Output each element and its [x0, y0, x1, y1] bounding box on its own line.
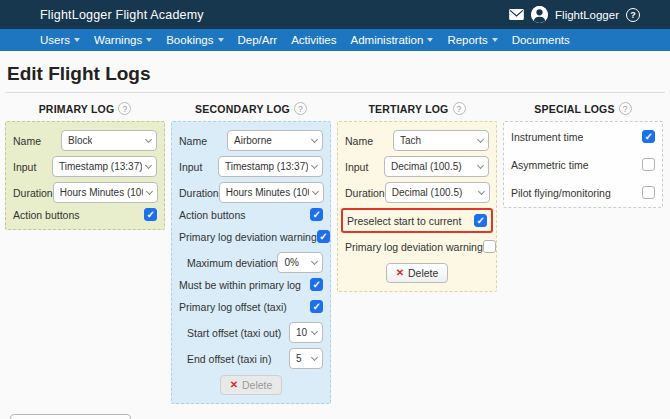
- help-icon[interactable]: ?: [118, 102, 131, 115]
- primary-log-heading: PRIMARY LOG ?: [5, 102, 165, 115]
- secondary-log-heading: SECONDARY LOG ?: [171, 102, 331, 115]
- nav-item-activities[interactable]: Activities: [291, 34, 336, 46]
- chevron-down-icon: [311, 353, 318, 360]
- secondary-offset-taxi-checkbox[interactable]: [310, 300, 323, 313]
- chevron-down-icon: [477, 161, 484, 168]
- nav-item-documents[interactable]: Documents: [512, 34, 570, 46]
- primary-name-select[interactable]: Block: [61, 130, 157, 151]
- special-logs-column: SPECIAL LOGS ? Instrument time Asymmetri…: [503, 100, 663, 208]
- secondary-name-row: Name Airborne: [179, 130, 323, 151]
- username-label[interactable]: FlightLogger: [555, 9, 619, 21]
- special-instrument-time-row: Instrument time: [511, 130, 655, 143]
- instrument-time-checkbox[interactable]: [642, 130, 655, 143]
- tertiary-delete-row: ✕ Delete: [345, 262, 489, 283]
- secondary-input-row: Input Timestamp (13:37): [179, 156, 323, 177]
- app-title: FlightLogger Flight Academy: [40, 8, 204, 22]
- update-flight-logs-button[interactable]: ✔ Update flight logs: [10, 414, 131, 419]
- secondary-log-panel: Name Airborne Input Timestamp (13:37) Du…: [171, 121, 331, 404]
- secondary-duration-select[interactable]: Hours Minutes (100:30): [219, 182, 324, 203]
- secondary-name-select[interactable]: Airborne: [227, 130, 323, 151]
- secondary-deviation-warning-row: Primary log deviation warning: [179, 230, 323, 243]
- secondary-start-offset-select[interactable]: 10: [289, 322, 323, 343]
- chevron-down-icon: [311, 135, 318, 142]
- main-nav: Users Warnings Bookings Dep/Arr Activiti…: [0, 29, 670, 51]
- primary-log-panel: Name Block Input Timestamp (13:37) Durat…: [5, 121, 165, 230]
- delete-x-icon: ✕: [396, 267, 404, 278]
- asymmetric-time-checkbox[interactable]: [642, 158, 655, 171]
- special-asymmetric-time-row: Asymmetric time: [511, 158, 655, 171]
- nav-item-warnings[interactable]: Warnings: [94, 34, 152, 46]
- caret-down-icon: [218, 38, 224, 42]
- help-icon[interactable]: ?: [294, 102, 307, 115]
- main-content: Edit Flight Logs PRIMARY LOG ? Name Bloc…: [0, 51, 670, 419]
- tertiary-deviation-warning-row: Primary log deviation warning: [345, 240, 489, 253]
- chevron-down-icon: [146, 187, 153, 194]
- chevron-down-icon: [311, 327, 318, 334]
- special-logs-panel: Instrument time Asymmetric time Pilot fl…: [503, 121, 663, 208]
- chevron-down-icon: [478, 187, 485, 194]
- chevron-down-icon: [145, 135, 152, 142]
- tertiary-log-panel: Name Tach Input Decimal (100.5) Duration: [337, 121, 497, 292]
- secondary-max-deviation-row: Maximum deviation 0%: [179, 252, 323, 273]
- secondary-action-buttons-checkbox[interactable]: [310, 208, 323, 221]
- chevron-down-icon: [312, 187, 319, 194]
- delete-x-icon: ✕: [230, 379, 238, 390]
- special-logs-heading: SPECIAL LOGS ?: [503, 102, 663, 115]
- secondary-log-column: SECONDARY LOG ? Name Airborne Input Time…: [171, 100, 331, 404]
- tertiary-log-heading: TERTIARY LOG ?: [337, 102, 497, 115]
- nav-item-administration[interactable]: Administration: [351, 34, 434, 46]
- secondary-deviation-warning-checkbox[interactable]: [317, 230, 330, 243]
- primary-input-row: Input Timestamp (13:37): [13, 156, 157, 177]
- footer: ✔ Update flight logs: [10, 414, 665, 419]
- secondary-action-buttons-row: Action buttons: [179, 208, 323, 221]
- secondary-end-offset-row: End offset (taxi in) 5: [179, 348, 323, 369]
- primary-name-row: Name Block: [13, 130, 157, 151]
- secondary-start-offset-row: Start offset (taxi out) 10: [179, 322, 323, 343]
- help-icon[interactable]: ?: [453, 102, 466, 115]
- tertiary-preselect-checkbox[interactable]: [474, 214, 487, 227]
- tertiary-preselect-row-highlighted: Preselect start to current: [341, 208, 493, 233]
- secondary-input-select[interactable]: Timestamp (13:37): [218, 156, 323, 177]
- secondary-within-primary-row: Must be within primary log: [179, 278, 323, 291]
- secondary-within-primary-checkbox[interactable]: [310, 278, 323, 291]
- primary-duration-row: Duration Hours Minutes (100:30): [13, 182, 157, 203]
- pilot-flying-monitoring-checkbox[interactable]: [642, 186, 655, 199]
- primary-input-select[interactable]: Timestamp (13:37): [52, 156, 157, 177]
- secondary-end-offset-select[interactable]: 5: [289, 348, 323, 369]
- tertiary-delete-button[interactable]: ✕ Delete: [386, 263, 449, 283]
- chevron-down-icon: [145, 161, 152, 168]
- special-pilot-flying-row: Pilot flying/monitoring: [511, 186, 655, 199]
- tertiary-duration-row: Duration Decimal (100.5): [345, 182, 489, 203]
- secondary-delete-row: ✕ Delete: [179, 374, 323, 395]
- help-icon[interactable]: ?: [619, 102, 632, 115]
- secondary-delete-button[interactable]: ✕ Delete: [220, 375, 283, 395]
- chevron-down-icon: [311, 257, 318, 264]
- nav-item-users[interactable]: Users: [40, 34, 80, 46]
- nav-item-dep-arr[interactable]: Dep/Arr: [238, 34, 278, 46]
- primary-action-buttons-checkbox[interactable]: [144, 208, 157, 221]
- caret-down-icon: [427, 38, 433, 42]
- tertiary-duration-select[interactable]: Decimal (100.5): [385, 182, 490, 203]
- user-avatar[interactable]: [531, 6, 548, 23]
- log-columns: PRIMARY LOG ? Name Block Input Timestamp…: [5, 100, 665, 404]
- title-divider: [5, 92, 665, 93]
- top-bar: FlightLogger Flight Academy FlightLogger…: [0, 0, 670, 29]
- caret-down-icon: [492, 38, 498, 42]
- tertiary-input-select[interactable]: Decimal (100.5): [384, 156, 489, 177]
- nav-item-reports[interactable]: Reports: [447, 34, 497, 46]
- mail-icon[interactable]: [509, 9, 524, 20]
- chevron-down-icon: [477, 135, 484, 142]
- tertiary-name-row: Name Tach: [345, 130, 489, 151]
- secondary-offset-taxi-row: Primary log offset (taxi): [179, 300, 323, 313]
- caret-down-icon: [146, 38, 152, 42]
- topbar-right: FlightLogger ?: [509, 6, 640, 23]
- tertiary-name-select[interactable]: Tach: [393, 130, 489, 151]
- secondary-max-deviation-select[interactable]: 0%: [277, 252, 323, 273]
- chevron-down-icon: [311, 161, 318, 168]
- nav-item-bookings[interactable]: Bookings: [166, 34, 223, 46]
- help-icon[interactable]: ?: [626, 8, 640, 22]
- caret-down-icon: [74, 38, 80, 42]
- primary-duration-select[interactable]: Hours Minutes (100:30): [53, 182, 158, 203]
- tertiary-deviation-warning-checkbox[interactable]: [483, 240, 496, 253]
- page-title: Edit Flight Logs: [7, 63, 663, 85]
